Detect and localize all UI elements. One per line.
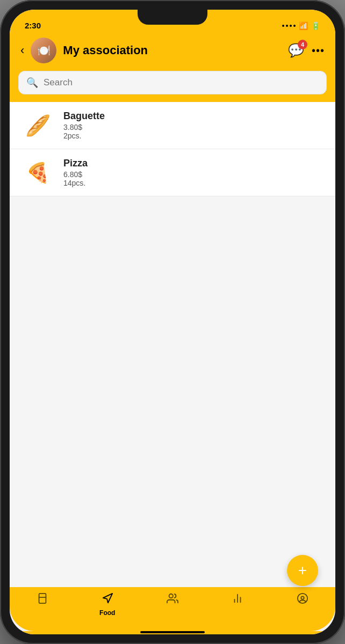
product-price: 3.80$	[63, 123, 325, 131]
back-button[interactable]: ‹	[20, 43, 24, 57]
battery-icon: 🔋	[311, 21, 320, 30]
nav-item-stats[interactable]	[221, 592, 254, 609]
header: ‹ 🍽️ My association 💬 4 •••	[10, 33, 335, 71]
status-icons: 📶 🔋	[282, 21, 320, 30]
nav-item-food[interactable]: Food	[91, 592, 124, 617]
food-label: Food	[99, 609, 115, 617]
bottom-nav: Food	[10, 587, 335, 631]
avatar: 🍽️	[31, 38, 56, 63]
product-item-pizza[interactable]: 🍕 Pizza 6.80$ 14pcs.	[10, 149, 335, 196]
product-quantity: 2pcs.	[63, 131, 325, 140]
svg-point-6	[298, 594, 307, 603]
stats-icon	[232, 592, 243, 608]
search-container: 🔍	[10, 71, 335, 102]
notch	[138, 10, 207, 25]
svg-point-2	[169, 594, 173, 598]
pizza-icon: 🍕	[26, 162, 50, 184]
product-info-baguette: Baguette 3.80$ 2pcs.	[63, 111, 325, 140]
search-icon: 🔍	[26, 77, 38, 89]
product-name: Pizza	[63, 158, 325, 169]
fab-container: +	[287, 555, 318, 586]
home-indicator	[10, 631, 335, 634]
product-name: Baguette	[63, 111, 325, 122]
notification-button[interactable]: 💬 4	[288, 43, 304, 58]
product-quantity: 14pcs.	[63, 179, 325, 187]
header-actions: 💬 4 •••	[288, 43, 325, 58]
svg-rect-0	[39, 594, 46, 603]
product-info-pizza: Pizza 6.80$ 14pcs.	[63, 158, 325, 187]
phone-frame: 2:30 📶 🔋 ‹ 🍽️ My association	[0, 0, 345, 644]
nav-item-members[interactable]	[156, 592, 189, 609]
product-list: 🥖 Baguette 3.80$ 2pcs. 🍕 Pizza 6	[10, 102, 335, 196]
home-bar	[140, 631, 205, 633]
status-time: 2:30	[25, 21, 41, 30]
product-price: 6.80$	[63, 170, 325, 179]
search-input[interactable]	[44, 77, 319, 88]
product-image-baguette: 🥖	[20, 112, 55, 139]
drinks-icon	[37, 592, 48, 608]
account-icon	[297, 592, 308, 608]
product-item-baguette[interactable]: 🥖 Baguette 3.80$ 2pcs.	[10, 102, 335, 149]
product-image-pizza: 🍕	[20, 159, 55, 186]
nav-item-account[interactable]	[286, 592, 319, 609]
search-bar[interactable]: 🔍	[18, 71, 327, 94]
content-area: 🥖 Baguette 3.80$ 2pcs. 🍕 Pizza 6	[10, 102, 335, 587]
food-icon	[102, 592, 113, 608]
wifi-icon: 📶	[299, 21, 308, 30]
add-button[interactable]: +	[287, 555, 318, 586]
notification-badge: 4	[298, 40, 307, 49]
signal-icon	[282, 25, 296, 27]
more-options-button[interactable]: •••	[312, 45, 325, 57]
page-title: My association	[63, 43, 282, 57]
phone-screen: 2:30 📶 🔋 ‹ 🍽️ My association	[10, 10, 335, 634]
nav-item-drinks[interactable]	[26, 592, 59, 609]
members-icon	[167, 592, 178, 608]
baguette-icon: 🥖	[25, 114, 51, 137]
